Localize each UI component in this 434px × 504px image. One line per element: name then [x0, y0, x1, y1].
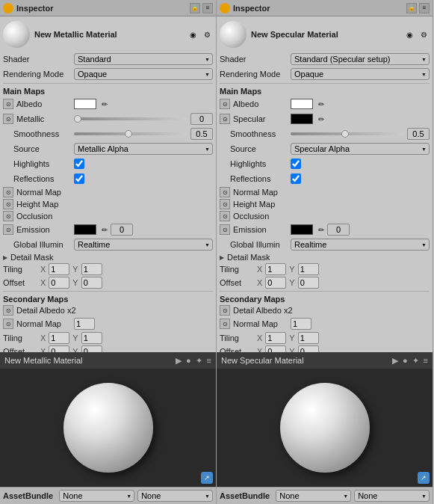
sec-normal-toggle-specular[interactable]: ⊙ — [220, 319, 230, 329]
smoothness-value[interactable] — [190, 128, 213, 140]
emission-swatch-specular[interactable] — [291, 224, 313, 235]
offset-y-value[interactable] — [81, 277, 102, 289]
preview-play-btn[interactable]: ▶ — [176, 356, 182, 366]
asset-bundle-label-specular: AssetBundle — [220, 491, 270, 500]
global-illumin-dropdown[interactable]: Realtime — [74, 239, 213, 251]
specular-swatch[interactable] — [291, 114, 313, 124]
tiling-y-value-specular[interactable] — [298, 263, 319, 275]
height-map-toggle-specular[interactable]: ⊙ — [220, 199, 230, 209]
sec-tiling-y-value-specular[interactable] — [298, 332, 319, 344]
select-icon[interactable]: ◉ — [187, 28, 199, 40]
tiling-x-value-specular[interactable] — [265, 263, 286, 275]
normal-map-toggle-specular[interactable]: ⊙ — [220, 187, 230, 197]
offset-x-value-specular[interactable] — [265, 277, 286, 289]
sec-offset-y-value-specular[interactable] — [298, 345, 319, 352]
emission-value-specular[interactable] — [327, 224, 350, 236]
shader-dropdown-specular[interactable]: Standard (Specular setup) — [291, 53, 430, 65]
smoothness-slider-container — [74, 128, 213, 140]
smoothness-slider-specular[interactable] — [291, 132, 404, 135]
emission-eyedropper-specular[interactable]: ✏ — [318, 226, 324, 234]
metallic-slider[interactable] — [74, 117, 187, 120]
offset-x-value[interactable] — [49, 277, 69, 289]
normal-map-row-specular: ⊙ Normal Map — [220, 187, 430, 197]
sec-normal-value-specular[interactable] — [291, 318, 311, 330]
sec-offset-x-value[interactable] — [49, 345, 69, 352]
lock-button[interactable]: 🔒 — [190, 3, 200, 13]
menu-button-specular[interactable]: ≡ — [419, 3, 430, 13]
albedo-toggle[interactable]: ⊙ — [3, 99, 13, 109]
rendering-mode-dropdown[interactable]: Opaque — [74, 68, 213, 80]
asset-bundle-dropdown[interactable]: None — [59, 490, 134, 502]
source-dropdown[interactable]: Metallic Alpha — [74, 143, 213, 155]
tiling-y-value[interactable] — [81, 263, 102, 275]
emission-swatch[interactable] — [74, 224, 96, 235]
global-illumin-dropdown-specular[interactable]: Realtime — [291, 239, 430, 251]
detail-albedo-toggle-specular[interactable]: ⊙ — [220, 305, 230, 316]
albedo-left-specular: ⊙ Albedo — [220, 99, 291, 109]
albedo-eyedropper[interactable]: ✏ — [102, 100, 108, 108]
rendering-mode-dropdown-wrap-specular: Opaque — [291, 68, 430, 80]
asset-bundle-dropdown-wrap: None — [59, 490, 134, 502]
specular-eyedropper[interactable]: ✏ — [318, 115, 324, 123]
settings-icon[interactable]: ⚙ — [201, 28, 213, 40]
rendering-mode-dropdown-specular[interactable]: Opaque — [291, 68, 430, 80]
offset-y-value-specular[interactable] — [298, 277, 319, 289]
preview-dot-btn[interactable]: ● — [186, 356, 191, 365]
settings-icon-specular[interactable]: ⚙ — [418, 28, 430, 40]
preview-star-btn[interactable]: ✦ — [196, 356, 202, 366]
preview-menu-btn-specular[interactable]: ≡ — [424, 356, 428, 365]
sec-offset-y-value[interactable] — [81, 345, 102, 352]
sec-tiling-x-value-specular[interactable] — [265, 332, 286, 344]
sec-offset-y-label-specular: Y — [289, 347, 294, 352]
highlights-checkbox-specular[interactable] — [291, 159, 301, 169]
menu-button[interactable]: ≡ — [202, 3, 213, 13]
preview-star-btn-specular[interactable]: ✦ — [412, 356, 419, 366]
specular-toggle[interactable]: ⊙ — [220, 114, 230, 124]
highlights-checkbox[interactable] — [74, 159, 84, 169]
specular-label: Specular — [233, 114, 265, 123]
reflections-checkbox[interactable] — [74, 173, 84, 184]
source-dropdown-specular[interactable]: Specular Alpha — [291, 143, 430, 155]
reflections-checkbox-specular[interactable] — [291, 173, 301, 184]
occlusion-label-specular: Occlusion — [233, 212, 430, 221]
preview-play-btn-specular[interactable]: ▶ — [392, 356, 398, 366]
occlusion-toggle-specular[interactable]: ⊙ — [220, 211, 230, 221]
emission-value[interactable] — [111, 224, 133, 236]
tiling-x-label: X — [40, 265, 46, 274]
asset-bundle-variant-dropdown-specular[interactable]: None — [354, 490, 430, 502]
emission-toggle-specular[interactable]: ⊙ — [220, 224, 230, 235]
sec-tiling-y-label-specular: Y — [289, 334, 294, 342]
preview-area-metallic: ↗ — [0, 369, 216, 487]
sec-tiling-x-value[interactable] — [49, 332, 69, 344]
sec-tiling-y-value[interactable] — [81, 332, 102, 344]
metallic-value[interactable] — [190, 113, 213, 125]
sec-normal-value[interactable] — [74, 318, 95, 330]
metallic-toggle[interactable]: ⊙ — [3, 114, 13, 124]
albedo-swatch-specular[interactable] — [291, 99, 313, 109]
tiling-x-value[interactable] — [49, 263, 69, 275]
preview-corner-icon-specular[interactable]: ↗ — [418, 472, 430, 484]
offset-label-specular: Offset — [220, 278, 257, 287]
albedo-swatch[interactable] — [74, 99, 96, 109]
detail-albedo-toggle[interactable]: ⊙ — [3, 305, 13, 316]
emission-toggle[interactable]: ⊙ — [3, 224, 13, 235]
normal-map-toggle[interactable]: ⊙ — [3, 187, 13, 197]
preview-corner-icon-metallic[interactable]: ↗ — [201, 472, 213, 484]
preview-dot-btn-specular[interactable]: ● — [403, 356, 408, 365]
albedo-left: ⊙ Albedo — [3, 99, 74, 109]
smoothness-slider[interactable] — [74, 132, 187, 135]
lock-button-specular[interactable]: 🔒 — [406, 3, 417, 13]
occlusion-toggle[interactable]: ⊙ — [3, 211, 13, 221]
shader-dropdown[interactable]: Standard — [74, 53, 213, 65]
asset-bundle-variant-dropdown[interactable]: None — [137, 490, 213, 502]
asset-bundle-dropdown-specular[interactable]: None — [276, 490, 351, 502]
height-map-toggle[interactable]: ⊙ — [3, 199, 13, 209]
albedo-toggle-specular[interactable]: ⊙ — [220, 99, 230, 109]
albedo-eyedropper-specular[interactable]: ✏ — [318, 100, 324, 108]
sec-normal-toggle[interactable]: ⊙ — [3, 319, 13, 329]
emission-eyedropper[interactable]: ✏ — [102, 226, 108, 234]
preview-menu-btn[interactable]: ≡ — [207, 356, 211, 365]
select-icon-specular[interactable]: ◉ — [403, 28, 415, 40]
smoothness-value-specular[interactable] — [407, 128, 430, 140]
sec-offset-x-value-specular[interactable] — [265, 345, 286, 352]
